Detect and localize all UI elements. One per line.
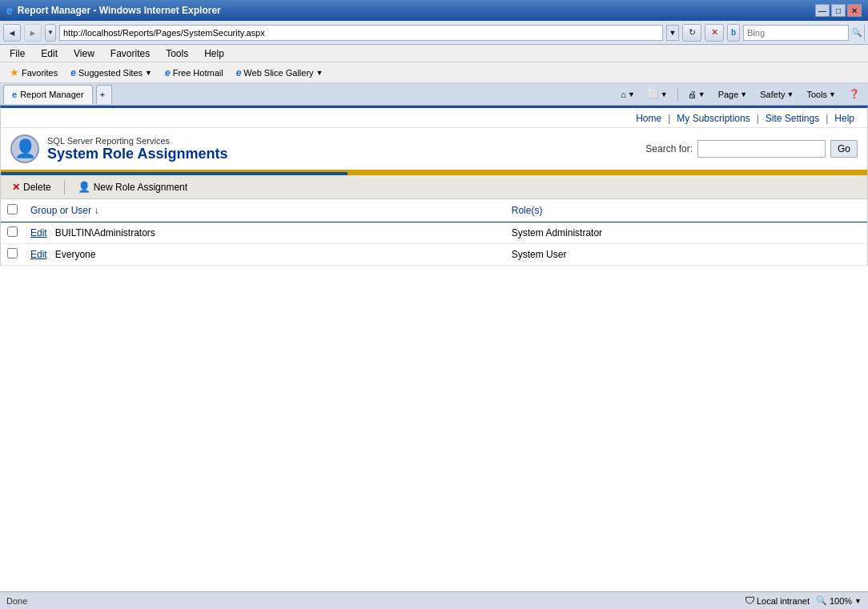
roles-cell: System User xyxy=(505,244,867,266)
search-box: 🔍 xyxy=(743,25,865,41)
suggested-sites-button[interactable]: e Suggested Sites ▼ xyxy=(67,66,155,80)
group-user-cell: Edit BUILTIN\Administrators xyxy=(24,222,505,244)
title-bar: e Report Manager - Windows Internet Expl… xyxy=(0,0,868,21)
my-subscriptions-nav-link[interactable]: My Subscriptions xyxy=(673,111,753,126)
header-search-input[interactable] xyxy=(697,140,826,158)
delete-button[interactable]: ✕ Delete xyxy=(9,180,54,194)
sort-arrow-icon: ↓ xyxy=(94,205,98,216)
maximize-button[interactable]: □ xyxy=(831,4,846,17)
free-hotmail-label: Free Hotmail xyxy=(173,68,223,78)
print-toolbar-button[interactable]: 🖨 ▼ xyxy=(683,87,710,102)
site-settings-nav-link[interactable]: Site Settings xyxy=(762,111,822,126)
home-nav-link[interactable]: Home xyxy=(633,111,665,126)
menu-edit[interactable]: Edit xyxy=(38,46,61,61)
feeds-toolbar-button[interactable]: ⬜ ▼ xyxy=(643,86,673,102)
print-icon: 🖨 xyxy=(688,90,697,99)
page-title: System Role Assignments xyxy=(47,146,227,162)
refresh-button[interactable]: ↻ xyxy=(682,24,701,42)
bing-search-button[interactable]: 🔍 xyxy=(848,25,864,41)
back-button[interactable]: ◄ xyxy=(3,24,21,42)
tools-toolbar-button[interactable]: Tools ▼ xyxy=(802,87,841,102)
group-user-value: BUILTIN\Administrators xyxy=(55,227,155,238)
header-right: Search for: Go xyxy=(645,140,858,158)
favorites-label: Favorites xyxy=(22,68,58,78)
header-topnav-row: Home | My Subscriptions | Site Settings … xyxy=(1,108,867,128)
tab-label: Report Manager xyxy=(20,90,84,99)
toolbar-right: ⌂ ▼ ⬜ ▼ 🖨 ▼ Page ▼ Safety ▼ Tools ▼ ❓ xyxy=(616,86,865,102)
web-slice-gallery-label: Web Slice Gallery xyxy=(243,68,313,78)
user-figure-icon: 👤 xyxy=(14,138,36,159)
search-bing-button[interactable]: b xyxy=(727,24,740,42)
nav-sep-2: | xyxy=(757,113,759,124)
bing-search-input[interactable] xyxy=(744,26,848,40)
row-checkbox[interactable] xyxy=(7,226,18,237)
header-go-button[interactable]: Go xyxy=(830,140,858,158)
row-checkbox[interactable] xyxy=(7,248,18,258)
row-checkbox-cell xyxy=(1,244,24,266)
print-dropdown-icon: ▼ xyxy=(698,90,705,98)
new-tab-icon: + xyxy=(100,90,105,99)
new-role-assignment-button[interactable]: 👤 New Role Assignment xyxy=(74,179,191,194)
web-slice-ie-icon: e xyxy=(236,67,242,78)
minimize-button[interactable]: — xyxy=(815,4,830,17)
menu-help[interactable]: Help xyxy=(201,46,227,61)
address-bar: ◄ ► ▼ ▼ ↻ ✕ b 🔍 xyxy=(0,21,868,45)
safety-dropdown-icon: ▼ xyxy=(786,90,794,98)
suggested-sites-ie-icon: e xyxy=(70,67,76,78)
delete-x-icon: ✕ xyxy=(12,182,20,193)
favorites-button[interactable]: ★ Favorites xyxy=(6,65,61,80)
dropdown-button[interactable]: ▼ xyxy=(45,24,56,42)
new-tab-button[interactable]: + xyxy=(96,85,112,104)
menu-favorites[interactable]: Favorites xyxy=(107,46,153,61)
new-role-icon: 👤 xyxy=(78,181,90,193)
home-icon: ⌂ xyxy=(621,90,626,99)
active-tab[interactable]: e Report Manager xyxy=(3,85,93,104)
help-nav-link[interactable]: Help xyxy=(831,111,858,126)
tools-dropdown-icon: ▼ xyxy=(829,90,836,98)
stop-button[interactable]: ✕ xyxy=(705,24,724,42)
close-button[interactable]: ✕ xyxy=(847,4,862,17)
group-user-column-header[interactable]: Group or User ↓ xyxy=(24,199,505,222)
feeds-icon: ⬜ xyxy=(648,89,659,99)
home-dropdown-icon: ▼ xyxy=(628,90,635,98)
app-wrapper: Home | My Subscriptions | Site Settings … xyxy=(0,106,868,266)
address-dropdown-button[interactable]: ▼ xyxy=(666,25,679,41)
zoom-in-icon[interactable]: 🔍 xyxy=(816,595,827,606)
header-title-block: SQL Server Reporting Services System Rol… xyxy=(47,136,227,162)
menu-bar: File Edit View Favorites Tools Help xyxy=(0,45,868,62)
status-icons: 🛡 Local intranet xyxy=(745,595,810,607)
window-title: Report Manager - Windows Internet Explor… xyxy=(18,5,221,16)
page-toolbar-button[interactable]: Page ▼ xyxy=(713,87,753,102)
menu-tools[interactable]: Tools xyxy=(163,46,191,61)
zoom-dropdown-icon[interactable]: ▼ xyxy=(854,597,862,605)
home-toolbar-button[interactable]: ⌂ ▼ xyxy=(616,87,640,102)
roles-cell: System Administrator xyxy=(505,222,867,244)
status-bar: Done 🛡 Local intranet 🔍 100% ▼ xyxy=(0,591,868,609)
menu-file[interactable]: File xyxy=(6,46,28,61)
select-all-checkbox[interactable] xyxy=(7,204,18,214)
forward-arrow-icon: ► xyxy=(29,28,38,38)
app-subtitle: SQL Server Reporting Services xyxy=(47,136,227,146)
page-dropdown-icon: ▼ xyxy=(740,90,747,98)
content-toolbar: ✕ Delete 👤 New Role Assignment xyxy=(1,175,867,199)
free-hotmail-button[interactable]: e Free Hotmail xyxy=(162,66,227,80)
title-bar-left: e Report Manager - Windows Internet Expl… xyxy=(6,4,221,17)
tools-label: Tools xyxy=(806,90,827,99)
safety-toolbar-button[interactable]: Safety ▼ xyxy=(755,87,798,102)
toolbar-separator xyxy=(677,87,678,102)
address-input[interactable] xyxy=(59,25,663,41)
web-slice-dropdown-icon: ▼ xyxy=(316,69,323,77)
back-arrow-icon: ◄ xyxy=(8,28,17,38)
group-user-value: Everyone xyxy=(55,249,96,260)
new-role-label: New Role Assignment xyxy=(94,182,187,193)
role-assignments-table: Group or User ↓ Role(s) Edit xyxy=(1,199,867,266)
web-slice-gallery-button[interactable]: e Web Slice Gallery ▼ xyxy=(233,66,327,80)
toolbar-separator xyxy=(64,180,65,194)
help-toolbar-button[interactable]: ❓ xyxy=(844,86,865,102)
menu-view[interactable]: View xyxy=(70,46,98,61)
zone-label: Local intranet xyxy=(757,596,810,606)
title-bar-controls: — □ ✕ xyxy=(815,4,862,17)
edit-link[interactable]: Edit xyxy=(30,249,47,260)
edit-link[interactable]: Edit xyxy=(30,227,47,238)
forward-button[interactable]: ► xyxy=(24,24,42,42)
